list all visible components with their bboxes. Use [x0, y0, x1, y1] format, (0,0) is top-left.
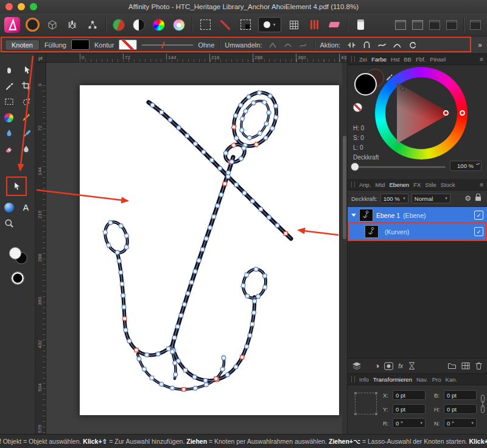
scrollbar-thumb[interactable] [343, 136, 346, 239]
fx-icon[interactable]: fx [398, 363, 403, 369]
tab-fx[interactable]: FX [413, 181, 421, 188]
action-close-icon[interactable] [360, 40, 373, 51]
no-color-swatch[interactable] [353, 103, 362, 112]
tab-bb[interactable]: BB [404, 56, 412, 63]
selection-brush-tool[interactable] [2, 111, 16, 124]
y-field[interactable]: 0 pt [393, 404, 426, 414]
current-color-swatch[interactable] [11, 271, 24, 285]
snapping-icon[interactable] [198, 18, 212, 32]
develop-persona-icon[interactable] [45, 18, 60, 32]
tab-zeichen[interactable]: Zei [359, 56, 367, 63]
h-field[interactable]: 0 pt [444, 404, 477, 414]
n-field[interactable]: 0 °▾ [444, 418, 477, 428]
layer-thumbnail[interactable] [359, 209, 373, 222]
layer-opacity-dropdown[interactable]: 100 %▾ [380, 194, 408, 203]
crop-tool[interactable] [19, 79, 33, 93]
color-wheel-icon[interactable] [152, 18, 166, 32]
link-dimensions-icon[interactable] [480, 394, 485, 415]
layer-visibility-checkbox[interactable]: ✓ [474, 211, 483, 220]
tonemap-persona-icon[interactable] [65, 18, 80, 32]
tab-nav[interactable]: Nav. [416, 376, 428, 383]
color-marker[interactable] [443, 110, 449, 116]
document-page[interactable] [80, 85, 339, 415]
studio-panel-icon-1[interactable] [395, 20, 406, 30]
auto-colors-icon[interactable] [111, 18, 126, 32]
vertical-scrollbar[interactable] [342, 63, 347, 435]
marquee-select-tool[interactable] [2, 95, 16, 108]
export-persona-icon[interactable] [85, 18, 100, 32]
tab-pro[interactable]: Pro [432, 376, 441, 383]
ruler-unit[interactable]: pt [35, 54, 46, 63]
layer-visibility-checkbox[interactable]: ✓ [474, 227, 483, 236]
knoten-button[interactable]: Knoten [5, 40, 40, 51]
convert-sharp-icon[interactable] [267, 40, 279, 51]
color-wheel[interactable] [375, 67, 468, 159]
trash-icon[interactable] [475, 362, 483, 370]
table-icon[interactable] [461, 362, 470, 369]
panel-menu-icon[interactable]: ≡ [480, 56, 483, 63]
x-field[interactable]: 0 pt [393, 390, 426, 400]
adjustment-icon[interactable]: ◑ [375, 362, 379, 370]
canvas[interactable] [46, 63, 347, 435]
view-tool[interactable] [2, 63, 16, 77]
studio-panel-icon-3[interactable] [429, 20, 440, 30]
layers-stack-icon[interactable] [352, 362, 362, 370]
mesh-warp-tool[interactable] [2, 201, 16, 214]
disclosure-triangle-icon[interactable] [351, 214, 356, 217]
zoom-tool[interactable] [2, 217, 16, 230]
guides-icon[interactable] [307, 18, 321, 32]
move-tool[interactable] [19, 63, 33, 77]
tab-anpassungen[interactable]: Anp. [359, 181, 371, 188]
stroke-width-slider[interactable] [142, 44, 193, 46]
anchor-artwork[interactable] [80, 85, 339, 415]
tab-stock[interactable]: Stock [441, 181, 455, 188]
tab-ebenen[interactable]: Ebenen [389, 181, 409, 188]
studio-panel-icon-4[interactable] [446, 20, 457, 30]
lock-icon[interactable] [475, 197, 481, 201]
opacity-slider[interactable] [353, 166, 446, 168]
selection-proxy-icon[interactable] [355, 393, 377, 415]
paint-brush-tool[interactable] [19, 127, 33, 140]
tab-fbf[interactable]: Fbf. [416, 56, 426, 63]
pencil-tool[interactable] [19, 111, 33, 124]
brush-preview-dropdown[interactable]: ▾ [258, 17, 281, 32]
opacity-slider-knob[interactable] [351, 163, 359, 171]
close-button[interactable] [5, 3, 13, 10]
blur-tool[interactable] [2, 127, 16, 140]
black-white-icon[interactable] [131, 18, 146, 32]
tab-stile[interactable]: Stile [425, 181, 436, 188]
tab-transformieren[interactable]: Transformieren [373, 376, 412, 383]
action-reverse-icon[interactable] [406, 40, 418, 51]
hue-marker[interactable] [460, 110, 465, 116]
panel-menu-icon[interactable]: ≡ [480, 181, 483, 188]
studio-panel-icon-2[interactable] [412, 20, 423, 30]
action-smooth-icon[interactable] [391, 40, 403, 51]
layer-thumbnail[interactable] [365, 225, 379, 238]
tab-info[interactable]: Info [359, 376, 369, 383]
assistant-off-icon[interactable] [218, 18, 233, 32]
convert-smooth-icon[interactable] [282, 40, 294, 51]
color-picker-tool[interactable] [2, 79, 16, 93]
layer-row-ebene1[interactable]: Ebene 1 (Ebene) ✓ [348, 207, 487, 223]
panel-drag-handle[interactable] [351, 376, 355, 382]
tab-farbe[interactable]: Farbe [371, 56, 387, 63]
node-tool[interactable] [9, 180, 24, 193]
zoom-button[interactable] [30, 3, 37, 10]
minimize-button[interactable] [18, 3, 25, 10]
pixel-grid-icon[interactable] [287, 18, 301, 32]
selection-frame-icon[interactable] [238, 18, 253, 32]
liquify-persona-icon[interactable] [25, 18, 40, 32]
eraser-tool[interactable] [2, 142, 16, 156]
layer-row-kurven[interactable]: (Kurven) ✓ [348, 223, 487, 240]
panel-drag-handle[interactable] [351, 181, 355, 187]
opacity-value-field[interactable]: 100 % ▴▾ [450, 161, 482, 171]
primary-color-swatch[interactable] [354, 73, 377, 96]
pastel-wheel-icon[interactable] [172, 18, 186, 32]
mask-icon[interactable] [384, 362, 393, 370]
blend-mode-dropdown[interactable]: Normal▾ [412, 194, 450, 203]
window-compact-icon[interactable] [470, 20, 481, 30]
convert-smart-icon[interactable] [297, 40, 309, 51]
smudge-tool[interactable] [19, 142, 33, 156]
live-filter-icon[interactable] [408, 362, 416, 370]
eraser-preset-icon[interactable] [327, 18, 342, 32]
